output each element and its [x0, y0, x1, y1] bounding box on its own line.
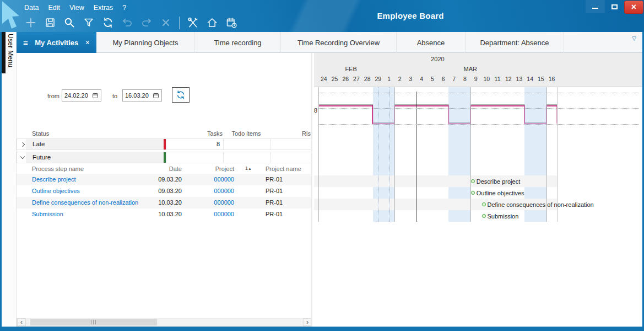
milestone-label: Submission [488, 212, 519, 220]
close-button[interactable]: × [624, 1, 643, 14]
user-menu-label: User Menu [7, 34, 14, 67]
gantt-day-label: 3 [405, 76, 416, 82]
week-separator-line [394, 87, 395, 222]
gantt-day-label: 9 [470, 76, 481, 82]
to-date-input[interactable]: 16.03.20 [122, 89, 162, 102]
delete-button[interactable] [157, 14, 175, 31]
tab-label: My Planning Objects [112, 39, 178, 47]
tab-overflow-chevron[interactable]: ▽ [632, 35, 636, 41]
minimize-button[interactable] [586, 0, 605, 13]
menu-data[interactable]: Data [24, 4, 39, 12]
milestone-icon[interactable] [482, 214, 486, 218]
planning-board-button[interactable] [223, 14, 240, 31]
save-button[interactable] [41, 14, 59, 31]
tab-absence[interactable]: Absence [397, 32, 466, 53]
project-link[interactable]: 000000 [190, 197, 234, 209]
menu-view[interactable]: View [69, 4, 84, 12]
subcolumn-date[interactable]: Date [138, 165, 182, 173]
calendar-icon[interactable] [92, 92, 99, 99]
user-menu-strip[interactable]: User Menu [2, 32, 17, 327]
group-row-late[interactable]: Late 8 [17, 138, 312, 150]
process-step-link[interactable]: Describe project [32, 174, 75, 185]
sort-indicator[interactable]: 1▲ [245, 166, 252, 171]
redo-icon [140, 17, 153, 29]
calendar-icon[interactable] [153, 92, 159, 99]
undo-button[interactable] [118, 14, 136, 31]
maximize-button[interactable] [605, 0, 624, 13]
column-header-status[interactable]: Status [32, 130, 49, 138]
title-bar: Data Edit View Extras ? Employee Board × [0, 0, 644, 32]
project-link[interactable]: 000000 [190, 174, 234, 185]
month-boundary-dotted-line [378, 87, 378, 222]
column-header-todo-items[interactable]: Todo items [223, 130, 270, 138]
activities-panel: from 24.02.20 to 16.03.20 Status Tasks T… [17, 53, 312, 327]
task-row[interactable]: Describe project 09.03.20 000000 PR-01 [17, 174, 312, 185]
window-border [0, 32, 2, 331]
column-header-tasks[interactable]: Tasks [167, 130, 223, 138]
task-row[interactable]: Define consequences of non-realization 1… [17, 197, 312, 209]
tab-menu-icon[interactable]: ≡ [23, 39, 28, 47]
scrollbar-thumb[interactable] [30, 319, 157, 325]
gantt-day-label: 10 [481, 76, 492, 82]
redo-button[interactable] [138, 14, 155, 31]
process-step-link[interactable]: Submission [32, 209, 63, 220]
window-border [0, 327, 644, 331]
process-step-link[interactable]: Outline objectives [32, 185, 80, 197]
week-separator-line [318, 87, 319, 222]
expand-chevron-icon[interactable] [20, 142, 25, 147]
tab-my-activities[interactable]: ≡ My Activities × [17, 32, 96, 53]
risks-cell [270, 139, 312, 150]
milestone-icon[interactable] [471, 191, 475, 195]
gantt-day-label: 26 [340, 76, 351, 82]
filter-button[interactable] [80, 14, 98, 31]
home-button[interactable] [203, 14, 221, 31]
gantt-day-label: 14 [524, 76, 535, 82]
add-button[interactable] [22, 14, 40, 31]
project-link[interactable]: 000000 [190, 209, 234, 220]
milestone-icon[interactable] [482, 202, 486, 206]
milestone-icon[interactable] [471, 179, 475, 183]
refresh-icon [102, 17, 114, 29]
group-row-future[interactable]: Future [17, 152, 312, 163]
horizontal-scrollbar[interactable]: ‹ › [17, 318, 312, 327]
tab-label: Department: Absence [480, 39, 549, 47]
milestone-label: Define consequences of non-realization [488, 201, 594, 209]
task-row[interactable]: Submission 10.03.20 000000 PR-01 [17, 209, 312, 220]
column-header-risks[interactable]: Risks [302, 130, 312, 138]
gantt-day-label: 25 [329, 76, 340, 82]
subcolumn-project[interactable]: Project [190, 165, 234, 173]
project-link[interactable]: 000000 [190, 185, 234, 197]
tab-time-recording[interactable]: Time recording [195, 32, 281, 53]
app-logo-icon [1, 1, 23, 30]
tab-label: Time Recording Overview [297, 39, 380, 47]
gantt-day-label: 8 [459, 76, 470, 82]
subcolumn-project-name[interactable]: Project name [266, 165, 301, 173]
capacity-gridline [318, 124, 639, 125]
menu-extras[interactable]: Extras [94, 4, 113, 12]
tab-department-absence[interactable]: Department: Absence [466, 32, 564, 53]
save-icon [44, 17, 56, 29]
task-row[interactable]: Outline objectives 09.03.20 000000 PR-01 [17, 185, 312, 197]
tab-label: Absence [417, 39, 445, 47]
tab-my-planning-objects[interactable]: My Planning Objects [96, 32, 195, 53]
apply-date-range-button[interactable] [172, 87, 190, 103]
collapse-chevron-icon[interactable] [20, 154, 25, 159]
today-line [416, 92, 416, 222]
menu-edit[interactable]: Edit [48, 4, 60, 12]
sort-asc-icon: ▲ [248, 167, 252, 170]
close-tab-icon[interactable]: × [85, 38, 90, 47]
scroll-left-button[interactable]: ‹ [17, 318, 26, 326]
tools-button[interactable] [184, 14, 202, 31]
search-button[interactable] [61, 14, 78, 31]
project-name-cell: PR-01 [266, 185, 283, 197]
refresh-button[interactable] [99, 14, 117, 31]
from-date-input[interactable]: 24.02.20 [62, 89, 101, 102]
menu-bar: Data Edit View Extras ? [24, 3, 126, 12]
process-step-link[interactable]: Define consequences of non-realization [32, 197, 138, 209]
scroll-right-button[interactable]: › [303, 318, 312, 326]
tab-time-recording-overview[interactable]: Time Recording Overview [281, 32, 397, 53]
subcolumn-process-step-name[interactable]: Process step name [32, 165, 84, 173]
menu-help[interactable]: ? [122, 4, 126, 12]
date-cell: 09.03.20 [138, 174, 182, 185]
tab-label: Time recording [214, 39, 261, 47]
